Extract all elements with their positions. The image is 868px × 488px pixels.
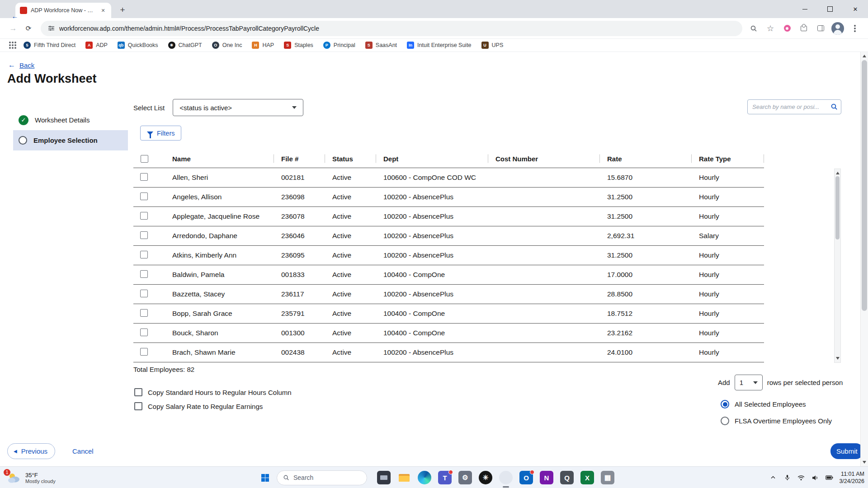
rows-count-dropdown[interactable]: 1 <box>735 375 763 390</box>
search-icon[interactable] <box>830 103 838 110</box>
scroll-down-icon[interactable] <box>835 356 840 362</box>
forward-icon[interactable] <box>6 22 20 35</box>
taskbar-center: Search T⚙✳ONQX▦ <box>257 467 614 488</box>
row-checkbox[interactable] <box>140 192 148 200</box>
cancel-link[interactable]: Cancel <box>72 447 94 455</box>
start-button[interactable] <box>257 469 273 486</box>
add-rows-suffix: rows per selected person <box>767 379 843 386</box>
row-checkbox[interactable] <box>140 290 148 297</box>
browser-tab[interactable]: ADP Workforce Now - Manage <box>15 3 111 18</box>
reload-icon[interactable] <box>22 22 35 35</box>
minimize-button[interactable] <box>792 0 817 18</box>
bookmark-item[interactable]: qbQuickBooks <box>118 42 158 49</box>
previous-button[interactable]: Previous <box>7 443 55 459</box>
taskbar-search[interactable]: Search <box>277 470 367 485</box>
copy-standard-hours-option[interactable]: Copy Standard Hours to Regular Hours Col… <box>134 388 292 396</box>
excel-icon[interactable]: X <box>580 471 594 484</box>
cell-dept: 100600 - CompOne COD WC <box>376 174 488 182</box>
bookmark-item[interactable]: HHAP <box>252 42 274 49</box>
chrome-icon[interactable] <box>499 471 513 484</box>
scroll-up-icon[interactable] <box>861 52 868 58</box>
row-checkbox[interactable] <box>140 251 148 258</box>
profile-avatar[interactable] <box>831 22 844 35</box>
column-header-status: Status <box>325 150 376 168</box>
step-worksheet-details[interactable]: Worksheet Details <box>13 110 128 130</box>
bookmark-item[interactable]: SStaples <box>284 42 313 49</box>
submit-button[interactable]: Submit <box>830 443 863 459</box>
bookmark-item[interactable]: AADP <box>85 42 108 49</box>
bookmark-star-icon[interactable] <box>764 23 776 34</box>
weather-widget[interactable]: 1 35°F Mostly cloudy <box>4 467 59 488</box>
back-link[interactable]: Back <box>8 61 34 69</box>
url-bar[interactable]: workforcenow.adp.com/theme/admin.html#/P… <box>41 21 742 36</box>
extensions-puzzle-icon[interactable] <box>798 23 810 34</box>
microphone-icon[interactable] <box>783 474 791 482</box>
search-icon[interactable] <box>748 23 760 34</box>
cell-dept: 100200 - AbsencePlus <box>376 212 488 221</box>
row-checkbox[interactable] <box>140 173 148 181</box>
browser-menu-icon[interactable] <box>849 23 861 34</box>
outlook-icon[interactable]: O <box>519 471 533 484</box>
apps-grid-icon[interactable] <box>9 44 11 46</box>
scope-all-selected[interactable]: All Selected Employees <box>721 400 806 408</box>
search-input[interactable] <box>747 99 841 114</box>
bookmark-item[interactable]: UUPS <box>481 42 504 49</box>
scope-flsa-only[interactable]: FLSA Overtime Employees Only <box>721 417 832 425</box>
remote-desktop-icon[interactable] <box>377 471 391 484</box>
copy-salary-rate-option[interactable]: Copy Salary Rate to Regular Earnings <box>134 402 263 410</box>
quickbooks-icon[interactable]: Q <box>560 471 574 484</box>
radio-icon[interactable] <box>721 400 729 408</box>
battery-icon[interactable] <box>825 474 833 482</box>
scroll-down-icon[interactable] <box>861 460 868 466</box>
bookmark-item[interactable]: InIntuit Enterprise Suite <box>407 42 472 49</box>
row-checkbox[interactable] <box>140 328 148 336</box>
row-checkbox[interactable] <box>140 309 148 317</box>
row-checkbox[interactable] <box>140 212 148 220</box>
copy-standard-hours-checkbox[interactable] <box>134 388 142 396</box>
calculator-icon[interactable]: ▦ <box>601 471 614 484</box>
select-list-dropdown[interactable]: <status is active> <box>173 99 303 116</box>
submit-label: Submit <box>836 447 858 455</box>
bookmark-label: Fifth Third Direct <box>34 42 75 48</box>
maximize-button[interactable] <box>817 0 843 18</box>
step-employee-selection[interactable]: Employee Selection <box>13 130 128 150</box>
bookmark-item[interactable]: OOne Inc <box>212 42 242 49</box>
row-checkbox[interactable] <box>140 348 148 356</box>
back-icon[interactable] <box>8 9 22 23</box>
radio-icon[interactable] <box>721 417 729 425</box>
bookmark-item[interactable]: ✳ChatGPT <box>168 42 202 49</box>
settings-icon[interactable]: ⚙ <box>458 471 472 484</box>
clock[interactable]: 11:01 AM 3/24/2026 <box>839 470 864 485</box>
new-tab-button[interactable] <box>117 4 128 16</box>
wifi-icon[interactable] <box>797 474 805 482</box>
tab-close-icon[interactable] <box>99 7 107 14</box>
table-scrollbar[interactable] <box>834 169 841 363</box>
row-checkbox[interactable] <box>140 231 148 239</box>
row-checkbox-cell <box>133 192 165 202</box>
onenote-icon[interactable]: N <box>540 471 553 484</box>
bookmark-label: UPS <box>492 42 504 48</box>
teams-icon[interactable]: T <box>438 471 452 484</box>
edge-icon[interactable] <box>418 471 431 484</box>
page-scrollbar[interactable] <box>860 52 868 466</box>
close-button[interactable] <box>843 0 868 18</box>
bookmark-item[interactable]: PPrincipal <box>323 42 355 49</box>
volume-icon[interactable] <box>811 474 819 482</box>
chatgpt-icon[interactable]: ✳ <box>479 471 492 484</box>
filters-button[interactable]: Filters <box>140 126 181 141</box>
select-all-checkbox[interactable] <box>141 155 148 163</box>
bookmark-item[interactable]: 5Fifth Third Direct <box>24 42 75 49</box>
copy-salary-rate-checkbox[interactable] <box>134 402 142 410</box>
side-panel-icon[interactable] <box>815 23 826 34</box>
pinned-extension-icon[interactable] <box>781 23 793 34</box>
cell-name: Applegate, Jacqueline Rose <box>165 212 274 221</box>
hidden-icons-chevron-icon[interactable] <box>769 474 777 482</box>
copy-standard-hours-label: Copy Standard Hours to Regular Hours Col… <box>148 389 292 396</box>
file-explorer-icon[interactable] <box>397 471 411 484</box>
scroll-up-icon[interactable] <box>835 169 840 175</box>
table-scrollbar-thumb[interactable] <box>835 176 840 239</box>
page-scrollbar-thumb[interactable] <box>862 60 867 311</box>
weather-cloud-icon: 1 <box>7 472 21 483</box>
bookmark-item[interactable]: SSaasAnt <box>365 42 397 49</box>
row-checkbox[interactable] <box>140 270 148 278</box>
